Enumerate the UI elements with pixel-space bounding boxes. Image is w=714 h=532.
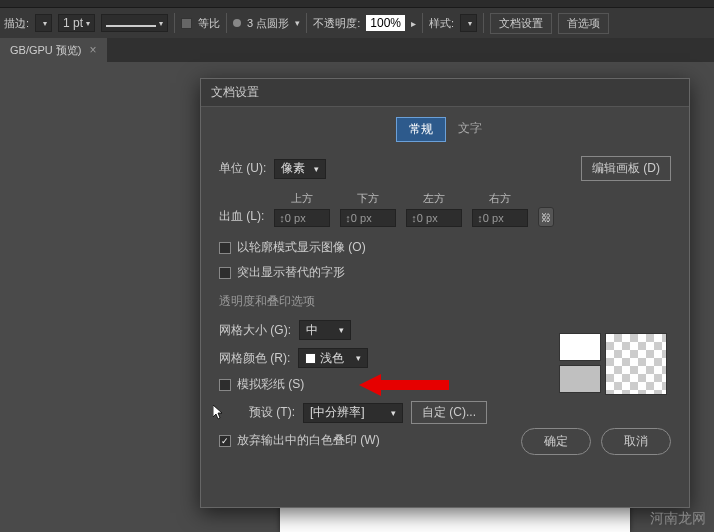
cursor-icon [213,405,225,421]
highlight-glyph-checkbox[interactable] [219,267,231,279]
opacity-field[interactable]: 100% [366,15,405,31]
preset-row: 预设 (T): [中分辨率]▾ 自定 (C)... [249,401,671,424]
document-setup-dialog: 文档设置 常规 文字 单位 (U): 像素▾ 编辑画板 (D) 出血 (L): … [200,78,690,508]
white-swatch[interactable] [559,333,601,361]
document-tab[interactable]: GB/GPU 预览) × [0,38,107,62]
outline-mode-checkbox[interactable] [219,242,231,254]
simulate-paper-label: 模拟彩纸 (S) [237,376,304,393]
uniform-check[interactable] [181,18,192,29]
bleed-left-header: 左方 [423,191,445,206]
bleed-label: 出血 (L): [219,208,264,225]
units-select[interactable]: 像素▾ [274,159,326,179]
grid-color-label: 网格颜色 (R): [219,350,290,367]
bleed-bottom-header: 下方 [357,191,379,206]
annotation-arrow [359,372,449,401]
line-sample-icon [106,20,156,27]
discard-white-label: 放弃输出中的白色叠印 (W) [237,432,380,449]
edit-artboard-button[interactable]: 编辑画板 (D) [581,156,671,181]
units-row: 单位 (U): 像素▾ 编辑画板 (D) [219,156,671,181]
dialog-footer: 确定 取消 [521,428,671,455]
dialog-tabs: 常规 文字 [219,117,671,142]
preset-value: [中分辨率] [310,404,365,421]
outline-mode-label: 以轮廓模式显示图像 (O) [237,239,366,256]
opacity-label: 不透明度: [313,16,360,31]
doc-setup-button[interactable]: 文档设置 [490,13,552,34]
stroke-width-dropdown[interactable]: 1 pt▾ [58,14,95,32]
preset-label: 预设 (T): [249,404,295,421]
grid-size-label: 网格大小 (G): [219,322,291,339]
separator [422,13,423,33]
separator [226,13,227,33]
units-value: 像素 [281,160,305,177]
outline-mode-row: 以轮廓模式显示图像 (O) [219,239,671,256]
ok-button[interactable]: 确定 [521,428,591,455]
color-chip-icon [305,353,316,364]
custom-button[interactable]: 自定 (C)... [411,401,487,424]
preset-select[interactable]: [中分辨率]▾ [303,403,403,423]
bleed-bottom-input[interactable]: ↕ 0 px [340,209,396,227]
stroke-label: 描边: [4,16,29,31]
chevron-down-icon: ▾ [385,408,396,418]
grid-size-value: 中 [306,322,318,339]
watermark: 河南龙网 [650,510,706,528]
close-tab-icon[interactable]: × [90,43,97,57]
bleed-section: 出血 (L): 上方 ↕ 0 px 下方 ↕ 0 px 左方 ↕ 0 px 右方… [219,191,671,227]
menu-bar-strip [0,0,714,8]
chevron-down-icon: ▾ [86,19,90,28]
uniform-label: 等比 [198,16,220,31]
bleed-right-col: 右方 ↕ 0 px [472,191,528,227]
bleed-top-header: 上方 [291,191,313,206]
stroke-style-dropdown[interactable]: ▾ [101,14,168,32]
separator [483,13,484,33]
grid-color-value: 浅色 [320,350,344,367]
document-tab-bar: GB/GPU 预览) × [0,38,714,62]
chevron-down-icon: ▾ [468,19,472,28]
style-dropdown[interactable]: ▾ [460,14,477,32]
separator [306,13,307,33]
chevron-down-icon: ▾ [159,19,163,28]
separator [174,13,175,33]
bleed-top-col: 上方 ↕ 0 px [274,191,330,227]
bleed-bottom-col: 下方 ↕ 0 px [340,191,396,227]
bleed-left-col: 左方 ↕ 0 px [406,191,462,227]
prefs-button[interactable]: 首选项 [558,13,609,34]
highlight-glyph-row: 突出显示替代的字形 [219,264,671,281]
bleed-right-input[interactable]: ↕ 0 px [472,209,528,227]
tab-general[interactable]: 常规 [396,117,446,142]
dialog-body: 常规 文字 单位 (U): 像素▾ 编辑画板 (D) 出血 (L): 上方 ↕ … [201,107,689,467]
simulate-paper-checkbox[interactable] [219,379,231,391]
stroke-width-value: 1 pt [63,16,83,30]
highlight-glyph-label: 突出显示替代的字形 [237,264,345,281]
grid-color-select[interactable]: 浅色▾ [298,348,368,368]
simulate-paper-row: 模拟彩纸 (S) [219,376,671,393]
brush-dot-icon [233,19,241,27]
cancel-button[interactable]: 取消 [601,428,671,455]
chevron-down-icon: ▾ [350,353,361,363]
brush-label: 3 点圆形 [247,16,289,31]
options-bar: 描边: ▾ 1 pt▾ ▾ 等比 3 点圆形 ▾ 不透明度: 100% ▸ 样式… [0,8,714,38]
bleed-right-header: 右方 [489,191,511,206]
style-label: 样式: [429,16,454,31]
chevron-down-icon: ▾ [308,164,319,174]
tab-text[interactable]: 文字 [446,117,494,142]
opacity-dropdown-icon[interactable]: ▸ [411,18,416,29]
document-tab-label: GB/GPU 预览) [10,43,82,58]
link-bleed-icon[interactable]: ⛓ [538,207,554,227]
grid-size-select[interactable]: 中▾ [299,320,351,340]
units-label: 单位 (U): [219,160,266,177]
bleed-left-input[interactable]: ↕ 0 px [406,209,462,227]
bleed-top-input[interactable]: ↕ 0 px [274,209,330,227]
dialog-title: 文档设置 [201,79,689,107]
chevron-down-icon: ▾ [333,325,344,335]
transparency-section-header: 透明度和叠印选项 [219,293,671,310]
chevron-down-icon[interactable]: ▾ [295,18,300,28]
discard-white-checkbox[interactable] [219,435,231,447]
chevron-down-icon: ▾ [43,19,47,28]
svg-marker-0 [359,374,449,396]
opacity-value: 100% [370,16,401,30]
stroke-color-dropdown[interactable]: ▾ [35,14,52,32]
